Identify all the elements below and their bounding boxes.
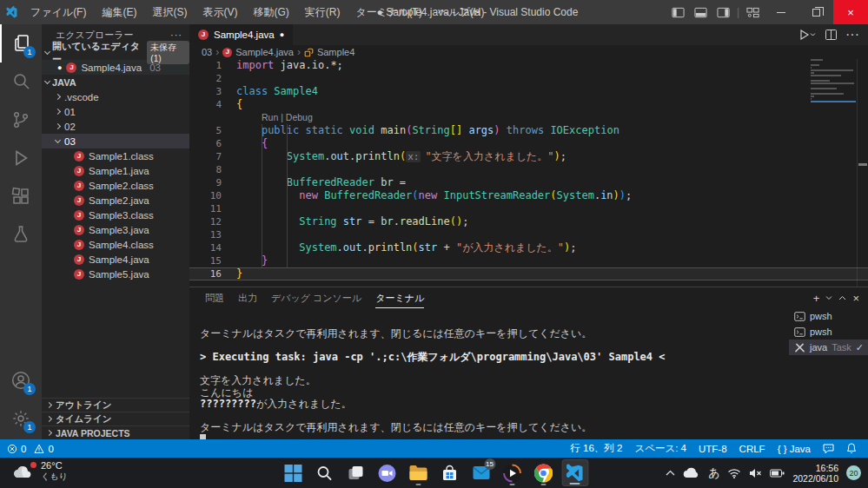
taskbar-clock[interactable]: 16:56 2022/06/10 (792, 463, 838, 484)
toggle-sidebar-icon[interactable] (667, 0, 690, 24)
breadcrumb-item-03[interactable]: 03 (202, 47, 212, 57)
menu-移動(G)[interactable]: 移動(G) (245, 0, 296, 24)
activitybar-item-explorer[interactable]: 1 (0, 24, 42, 63)
terminal-output[interactable]: ターミナルはタスクで再利用されます、閉じるには任意のキーを押してください。 > … (200, 328, 785, 445)
minimap-line (811, 67, 812, 69)
activitybar-item-source-control[interactable] (0, 101, 42, 139)
folder-.vscode[interactable]: .vscode (42, 89, 189, 104)
taskbar-task-view-button[interactable] (342, 459, 369, 486)
file-Sample3.class[interactable]: JSample3.class (42, 208, 189, 222)
terminal-item-java-2[interactable]: javaTask✓ (789, 340, 868, 355)
status-encoding[interactable]: UTF-8 (692, 444, 733, 454)
open-editors-section[interactable]: 開いているエディター 未保存 (1) (42, 45, 189, 60)
panel-tab-問題[interactable]: 問題 (205, 287, 224, 308)
folder-02[interactable]: 02 (42, 119, 189, 134)
taskbar-file-explorer-button[interactable] (405, 459, 432, 486)
activitybar-item-search[interactable] (0, 63, 42, 101)
taskbar-chat-button[interactable] (374, 459, 401, 486)
taskbar-media-player-button[interactable] (499, 459, 526, 486)
status-language-mode[interactable]: { } Java (772, 444, 817, 454)
start-icon (284, 464, 303, 483)
taskbar-vscode-button[interactable] (561, 459, 588, 486)
onedrive-icon[interactable] (683, 467, 700, 478)
folder-01[interactable]: 01 (42, 104, 189, 119)
vscode-logo-icon[interactable] (0, 6, 23, 19)
section-タイムライン[interactable]: タイムライン (42, 412, 189, 425)
menu-表示(V)[interactable]: 表示(V) (195, 0, 245, 24)
close-panel-icon[interactable]: × (852, 292, 859, 305)
menu-ファイル(F)[interactable]: ファイル(F) (23, 0, 94, 24)
breadcrumb-item-Sample4.java[interactable]: Sample4.java (235, 47, 294, 57)
toggle-panel-icon[interactable] (690, 0, 712, 24)
new-terminal-button[interactable]: + (813, 292, 820, 305)
menu-選択(S)[interactable]: 選択(S) (144, 0, 195, 24)
activitybar-item-settings[interactable]: 1 (0, 399, 42, 438)
minimize-button[interactable] (764, 0, 798, 24)
panel-tab-ターミナル[interactable]: ターミナル (375, 287, 424, 308)
weather-widget[interactable]: 26°C くもり (12, 460, 68, 483)
badge: 1 (23, 421, 36, 433)
panel-tab-デバッグ コンソール[interactable]: デバッグ コンソール (271, 287, 361, 308)
status-eol[interactable]: CRLF (733, 444, 772, 454)
status-indentation[interactable]: スペース: 4 (628, 442, 692, 455)
tab-sample4-java[interactable]: J Sample4.java ● (189, 24, 293, 45)
split-editor-icon[interactable] (825, 30, 837, 40)
taskbar-mail-button[interactable]: 15 (467, 459, 494, 486)
codelens-run-debug[interactable]: Run | Debug (189, 111, 868, 124)
vscode-icon (566, 464, 585, 483)
customize-layout-icon[interactable] (741, 0, 764, 24)
close-button[interactable]: × (833, 0, 868, 24)
menu-ヘルプ(H)[interactable]: ヘルプ(H) (430, 0, 493, 24)
battery-icon[interactable] (770, 469, 785, 478)
bell-icon[interactable] (840, 443, 863, 454)
section-アウトライン[interactable]: アウトライン (42, 398, 189, 412)
overview-ruler[interactable] (857, 59, 868, 287)
activitybar-item-accounts[interactable]: 1 (0, 361, 42, 399)
volume-mute-icon[interactable] (749, 468, 762, 478)
taskbar-chrome-button[interactable] (530, 459, 557, 486)
activitybar-item-run-debug[interactable] (0, 139, 42, 177)
more-actions-icon[interactable]: ··· (170, 30, 182, 40)
minimap[interactable] (811, 59, 856, 102)
taskbar-search-button[interactable] (311, 459, 338, 486)
terminal-line (200, 340, 785, 353)
workspace-section[interactable]: JAVA (42, 75, 189, 89)
ime-indicator[interactable]: あ (708, 465, 719, 481)
file-Sample3.java[interactable]: JSample3.java (42, 222, 189, 237)
file-Sample4.java[interactable]: JSample4.java (42, 252, 189, 267)
more-actions-icon[interactable]: ··· (845, 27, 859, 43)
tray-date: 2022/06/10 (792, 473, 838, 484)
terminal-icon (794, 312, 805, 321)
file-Sample2.java[interactable]: JSample2.java (42, 193, 189, 208)
notification-count-badge[interactable]: 20 (846, 465, 861, 480)
section-JAVA PROJECTS[interactable]: JAVA PROJECTS (42, 425, 189, 439)
panel-tab-出力[interactable]: 出力 (238, 287, 257, 308)
status-cursor-position[interactable]: 行 16、列 2 (564, 442, 628, 455)
code-editor[interactable]: 1import java.io.*;23class Sample44{Run |… (189, 59, 868, 287)
activitybar-item-testing[interactable] (0, 215, 42, 254)
taskbar-start-button[interactable] (280, 459, 307, 486)
file-Sample5.java[interactable]: JSample5.java (42, 267, 189, 281)
toggle-secondary-sidebar-icon[interactable] (712, 0, 735, 24)
run-java-button[interactable] (799, 30, 817, 40)
file-Sample2.class[interactable]: JSample2.class (42, 178, 189, 193)
folder-03[interactable]: 03 (42, 134, 189, 148)
terminal-item-pwsh-1[interactable]: pwsh (789, 324, 868, 340)
maximize-panel-icon[interactable] (838, 295, 846, 300)
problems-status[interactable]: 0 0 (0, 444, 54, 454)
taskbar-store-button[interactable] (436, 459, 463, 486)
tray-expand-icon[interactable] (666, 470, 675, 476)
file-Sample4.class[interactable]: JSample4.class (42, 237, 189, 252)
menu-実行(R)[interactable]: 実行(R) (297, 0, 348, 24)
wifi-icon[interactable] (727, 468, 741, 478)
terminal-item-pwsh-0[interactable]: pwsh (789, 308, 868, 324)
activitybar-item-extensions[interactable] (0, 177, 42, 215)
file-Sample1.java[interactable]: JSample1.java (42, 163, 189, 178)
feedback-icon[interactable] (817, 444, 840, 454)
menu-ターミナル(T)[interactable]: ターミナル(T) (348, 0, 429, 24)
file-Sample1.class[interactable]: JSample1.class (42, 148, 189, 163)
terminal-dropdown-icon[interactable] (825, 295, 832, 300)
menu-編集(E)[interactable]: 編集(E) (94, 0, 144, 24)
breadcrumb-item-Sample4[interactable]: Sample4 (317, 47, 354, 57)
restore-button[interactable] (798, 0, 833, 24)
